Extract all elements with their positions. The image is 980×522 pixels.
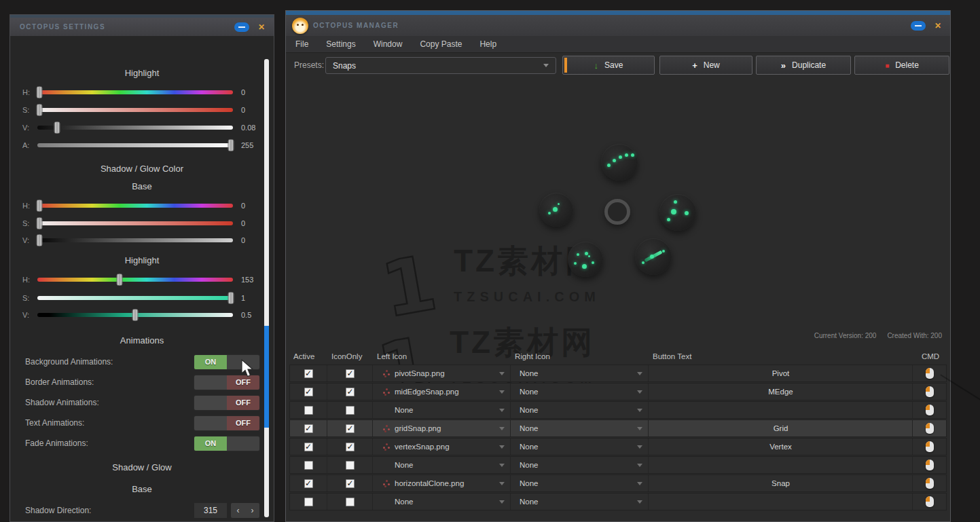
left-icon-dropdown[interactable]: pivotSnap.png <box>374 365 511 381</box>
shadow-animations-toggle[interactable]: OFF <box>194 395 260 411</box>
table-row[interactable]: None None <box>289 493 947 510</box>
active-checkbox[interactable] <box>304 369 313 378</box>
radial-button-top[interactable] <box>601 144 638 181</box>
table-row[interactable]: midEdgeSnap.png None MEdge <box>289 383 947 400</box>
table-row[interactable]: None None <box>289 456 947 474</box>
button-text-cell[interactable]: Vertex <box>649 439 913 455</box>
minimize-button[interactable] <box>911 21 926 31</box>
mouse-cmd-icon[interactable] <box>926 441 934 452</box>
save-button[interactable]: ↓ Save <box>562 56 655 75</box>
icononly-checkbox[interactable] <box>346 369 355 378</box>
icononly-checkbox[interactable] <box>346 498 355 506</box>
table-row-selected[interactable]: gridSnap.png None Grid <box>289 420 947 437</box>
button-text-cell[interactable] <box>649 493 913 510</box>
slider-base-s[interactable] <box>37 217 233 230</box>
slider-shadow-highlight-v[interactable] <box>37 308 233 322</box>
slider-highlight-h[interactable] <box>37 86 233 99</box>
stepper-left-icon[interactable]: ‹ <box>237 506 240 515</box>
fade-animations-toggle[interactable]: ON <box>194 436 260 451</box>
slider-base-v[interactable] <box>37 234 233 247</box>
active-checkbox[interactable] <box>304 461 313 470</box>
stepper-right-icon[interactable]: › <box>251 506 254 515</box>
left-icon-dropdown[interactable]: None <box>374 457 511 473</box>
radial-button-bottom-right[interactable] <box>635 238 672 275</box>
icononly-checkbox[interactable] <box>346 424 355 433</box>
left-icon-dropdown[interactable]: vertexSnap.png <box>374 439 511 455</box>
mouse-cmd-icon[interactable] <box>926 478 934 489</box>
scrollbar-thumb[interactable] <box>264 326 269 428</box>
duplicate-button[interactable]: » Duplicate <box>756 56 851 75</box>
settings-scrollbar[interactable] <box>264 59 269 517</box>
menu-window[interactable]: Window <box>374 39 403 49</box>
button-text-cell[interactable] <box>649 402 913 418</box>
icononly-checkbox[interactable] <box>346 479 355 488</box>
mouse-cmd-icon[interactable] <box>926 423 934 434</box>
shadow-direction-stepper[interactable]: ‹› <box>231 503 259 518</box>
button-text-cell[interactable]: Pivot <box>649 365 913 381</box>
left-icon-dropdown[interactable]: midEdgeSnap.png <box>374 384 511 400</box>
active-checkbox[interactable] <box>304 388 313 396</box>
right-icon-dropdown[interactable]: None <box>511 402 649 418</box>
slider-handle[interactable] <box>36 200 42 212</box>
button-text-cell[interactable]: MEdge <box>649 384 913 400</box>
button-text-cell[interactable] <box>649 457 913 473</box>
slider-handle[interactable] <box>228 292 234 304</box>
mouse-cmd-icon[interactable] <box>926 405 934 415</box>
left-icon-dropdown[interactable]: None <box>374 493 511 510</box>
button-text-cell[interactable]: Snap <box>649 475 913 491</box>
button-text-cell[interactable]: Grid <box>649 420 913 436</box>
right-icon-dropdown[interactable]: None <box>511 457 649 473</box>
icononly-checkbox[interactable] <box>346 388 355 396</box>
mouse-cmd-icon[interactable] <box>926 460 934 470</box>
close-button[interactable]: ✕ <box>256 22 267 33</box>
radial-hub[interactable] <box>604 199 630 225</box>
slider-highlight-a[interactable] <box>37 138 233 152</box>
right-icon-dropdown[interactable]: None <box>511 439 649 455</box>
radial-button-right[interactable] <box>659 194 696 231</box>
table-row[interactable]: pivotSnap.png None Pivot <box>289 365 947 382</box>
mouse-cmd-icon[interactable] <box>926 368 934 379</box>
slider-handle[interactable] <box>54 122 60 134</box>
background-animations-toggle[interactable]: ON <box>194 354 260 370</box>
left-icon-dropdown[interactable]: None <box>374 402 511 418</box>
slider-handle[interactable] <box>116 274 122 286</box>
table-row[interactable]: vertexSnap.png None Vertex <box>289 438 947 455</box>
menu-file[interactable]: File <box>295 39 308 49</box>
close-button[interactable]: ✕ <box>932 20 943 31</box>
menu-settings[interactable]: Settings <box>326 39 355 49</box>
right-icon-dropdown[interactable]: None <box>511 475 649 491</box>
left-icon-dropdown[interactable]: horizontalClone.png <box>374 475 511 491</box>
slider-shadow-highlight-h[interactable] <box>37 273 233 286</box>
right-icon-dropdown[interactable]: None <box>511 384 649 400</box>
menu-copy-paste[interactable]: Copy Paste <box>420 39 462 49</box>
mouse-cmd-icon[interactable] <box>926 496 934 507</box>
radial-button-left[interactable] <box>539 193 573 227</box>
border-animations-toggle[interactable]: OFF <box>194 375 260 390</box>
slider-handle[interactable] <box>36 234 42 246</box>
shadow-direction-value[interactable]: 315 <box>194 503 227 518</box>
table-row[interactable]: horizontalClone.png None Snap <box>289 474 947 492</box>
slider-highlight-s[interactable] <box>37 103 233 117</box>
active-checkbox[interactable] <box>304 479 313 488</box>
active-checkbox[interactable] <box>304 498 313 506</box>
slider-handle[interactable] <box>36 86 42 98</box>
slider-highlight-v[interactable] <box>37 121 233 134</box>
active-checkbox[interactable] <box>304 406 313 415</box>
active-checkbox[interactable] <box>304 443 313 451</box>
new-button[interactable]: + New <box>659 56 752 75</box>
settings-titlebar[interactable]: OCTOPUS SETTINGS ✕ <box>10 18 274 36</box>
slider-base-h[interactable] <box>37 199 233 212</box>
slider-handle[interactable] <box>228 139 234 151</box>
right-icon-dropdown[interactable]: None <box>511 365 649 381</box>
slider-handle[interactable] <box>36 104 42 116</box>
radial-button-bottom-left[interactable] <box>568 242 603 277</box>
preset-dropdown[interactable]: Snaps <box>325 57 556 74</box>
minimize-button[interactable] <box>234 22 249 32</box>
slider-handle[interactable] <box>36 217 42 229</box>
icononly-checkbox[interactable] <box>346 443 355 451</box>
icononly-checkbox[interactable] <box>346 406 355 415</box>
mouse-cmd-icon[interactable] <box>926 386 934 397</box>
left-icon-dropdown[interactable]: gridSnap.png <box>374 420 511 436</box>
table-row[interactable]: None None <box>289 401 947 419</box>
right-icon-dropdown[interactable]: None <box>511 420 649 436</box>
